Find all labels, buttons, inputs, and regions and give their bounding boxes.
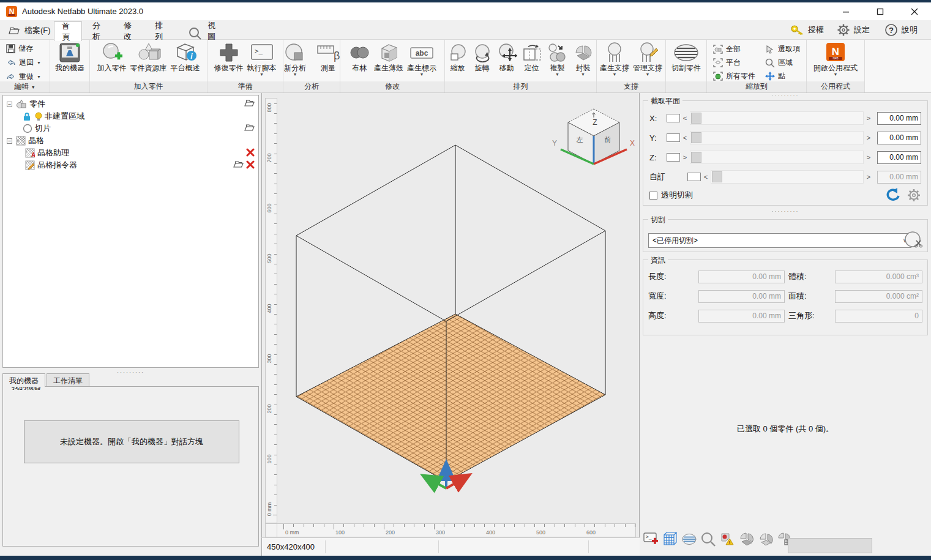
clip-x-value[interactable]: 0.00 mm [877,112,921,125]
delete-icon[interactable] [246,160,255,169]
clip-x-slider[interactable] [690,111,864,125]
clip-z-slider[interactable] [690,151,864,164]
clip-custom-decrement[interactable]: < [701,173,711,181]
clip-x-checkbox[interactable] [667,114,680,122]
open-folder-icon[interactable] [233,160,244,168]
tab-modify[interactable]: 修改 [116,21,144,40]
clip-z-checkbox[interactable] [667,153,680,162]
settings-button[interactable]: 設定 [837,22,870,38]
redo-dropdown-arrow[interactable]: ▼ [37,75,41,79]
clip-y-value[interactable]: 0.00 mm [877,132,921,144]
clip-x-increment[interactable]: > [864,114,873,122]
slice-parts-button[interactable]: 切割零件 [670,40,702,73]
zoom-all-button[interactable]: 全部 [713,43,755,54]
generate-supports-button[interactable]: 產生支撐 ▼ [599,40,630,78]
clip-z-increment[interactable]: > [864,154,873,161]
duplicate-dropdown-arrow[interactable]: ▼ [555,72,559,77]
clip-y-slider[interactable] [690,131,864,144]
tree-item-parts[interactable]: − 零件 [3,98,258,110]
undo-dropdown-arrow[interactable]: ▼ [37,61,41,65]
slice-view-icon[interactable] [681,531,697,547]
pack-dropdown-arrow[interactable]: ▼ [581,72,585,77]
platform-overview-button[interactable]: i 平台概述 [170,40,201,73]
help-button[interactable]: ? 說明 [884,22,918,38]
panel-splitter-handle[interactable]: ········· [640,208,931,214]
tree-item-lattice[interactable]: − 晶格 [3,135,258,147]
pack-button[interactable]: 封裝 ▼ [571,40,596,78]
cut-tool-icon[interactable] [904,231,922,249]
zoom-point-button[interactable]: 點 [765,70,800,81]
license-button[interactable]: 授權 [790,22,824,38]
open-folder-icon[interactable] [244,124,255,132]
inspect-icon[interactable] [700,531,716,547]
open-utility-dropdown-arrow[interactable]: ▼ [834,72,838,77]
lattice-view-icon[interactable] [662,531,678,547]
undo-button[interactable]: 退回▼ [6,57,41,68]
clip-z-decrement[interactable]: > [680,154,690,161]
viewport-3d[interactable]: Z 左 前 Y X 0 mm100200300400500600700800 0… [261,93,640,537]
tab-analysis[interactable]: 分析 [85,21,113,40]
zoom-region-button[interactable]: 區域 [765,57,800,68]
part-warning-icon[interactable]: ! [719,531,735,547]
minimize-button[interactable] [838,5,854,18]
tab-my-machine[interactable]: 我的機器 [2,373,45,387]
repair-part-button[interactable]: 修復零件 [213,40,245,73]
generate-label-dropdown-arrow[interactable]: ▼ [420,72,424,77]
tab-arrange[interactable]: 排列 [148,21,176,40]
part-library-button[interactable]: 零件資源庫 [129,40,168,73]
generate-supports-dropdown-arrow[interactable]: ▼ [613,72,617,77]
file-menu-button[interactable]: 檔案(F) [5,23,54,39]
tab-job-list[interactable]: 工作清單 [47,373,89,387]
clip-z-value[interactable]: 0.00 mm [877,151,921,164]
panel-splitter-handle[interactable]: ········· [640,92,931,98]
transparent-cut-checkbox[interactable] [649,192,657,200]
clip-custom-increment[interactable]: > [864,173,873,181]
tree-item-lattice-commander[interactable]: 晶格指令器 [3,159,258,171]
add-part-button[interactable]: 加入零件 [96,40,128,73]
tab-home[interactable]: 首頁 [54,21,82,41]
cuts-select[interactable]: <已停用切割> ∨ [648,233,911,248]
panel-splitter-handle[interactable]: ········· [0,368,261,373]
maximize-button[interactable] [872,5,888,18]
run-script-button[interactable]: >_ 執行腳本 ▼ [246,40,278,78]
visibility-bulb-icon[interactable] [35,112,42,121]
lock-icon[interactable] [23,112,31,121]
clip-y-increment[interactable]: > [864,134,873,141]
pack-option-1-icon[interactable] [738,531,754,547]
tab-view[interactable]: 視圖 [200,21,228,40]
position-button[interactable]: 定位 [520,40,544,73]
open-folder-icon[interactable] [244,99,255,107]
open-utility-button[interactable]: NNFB 開啟公用程式 ▼ [812,40,859,78]
duplicate-button[interactable]: 複製 ▼ [545,40,570,78]
run-script-dropdown-arrow[interactable]: ▼ [260,72,264,77]
manage-supports-button[interactable]: 管理支撐 ▼ [632,40,664,78]
pack-option-2-icon[interactable] [757,531,773,547]
zoom-all-parts-button[interactable]: 所有零件 [713,70,755,81]
collapse-icon[interactable]: − [7,138,12,144]
close-button[interactable] [907,5,922,18]
collapse-icon[interactable]: − [7,102,12,107]
tree-item-no-build-zone[interactable]: 非建置區域 [3,110,258,122]
group-label-edit[interactable]: 編輯 ▼ [0,81,50,92]
tree-item-lattice-assistant[interactable]: A 晶格助理 [3,147,258,159]
clip-x-decrement[interactable]: < [680,114,690,122]
zoom-platform-button[interactable]: 平台 [713,57,755,68]
clip-custom-slider[interactable] [711,170,864,184]
new-analysis-button[interactable]: 新分析 ▼ [279,40,311,78]
zoom-selection-button[interactable]: 選取項 [765,43,800,54]
scale-button[interactable]: 縮放 [446,40,469,73]
machine-not-set-button[interactable]: 未設定機器。開啟「我的機器」對話方塊 [24,420,239,463]
new-analysis-dropdown-arrow[interactable]: ▼ [293,72,297,77]
my-machine-button[interactable]: 我的機器 [54,40,86,73]
tree-item-slices[interactable]: 切片 [3,122,258,135]
boolean-button[interactable]: 布林 [347,40,372,73]
generate-label-button[interactable]: abc 產生標示 ▼ [406,40,438,78]
clip-custom-checkbox[interactable] [687,173,701,181]
new-script-icon[interactable]: >_ [643,531,659,547]
move-button[interactable]: 移動 [495,40,518,73]
rotate-button[interactable]: 旋轉 [471,40,494,73]
redo-button[interactable]: 重做▼ [6,71,41,82]
measure-button[interactable]: β 測量 [312,40,344,73]
save-button[interactable]: 儲存 [6,43,41,54]
clip-y-checkbox[interactable] [667,133,680,142]
